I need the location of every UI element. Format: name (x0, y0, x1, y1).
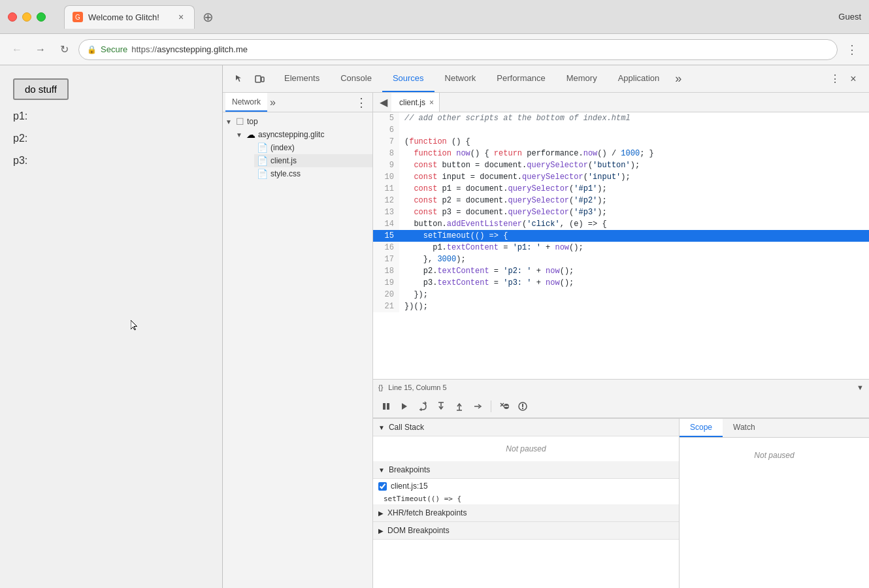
tab-sources[interactable]: Sources (382, 65, 434, 92)
debug-separator (491, 400, 491, 412)
step-into-button[interactable] (433, 399, 449, 414)
minimize-window-button[interactable] (22, 12, 31, 22)
step-button[interactable] (470, 399, 485, 414)
file-panel-network-tab[interactable]: Network (225, 93, 267, 112)
tab-performance[interactable]: Performance (486, 65, 555, 92)
lock-icon: 🔒 (87, 45, 97, 54)
tree-label-clientjs: client.js (271, 156, 297, 165)
tab-elements[interactable]: Elements (274, 65, 330, 92)
tree-item-index[interactable]: 📄 (index) (254, 141, 372, 154)
dom-breakpoints-label: DOM Breakpoints (387, 526, 450, 535)
browser-page: do stuff p1: p2: p3: (0, 65, 222, 588)
p2-label: p2: (13, 133, 209, 144)
breakpoint-file-label: client.js:15 (391, 482, 428, 491)
file-panel-menu-button[interactable]: ⋮ (353, 95, 370, 110)
code-statusbar: {} Line 15, Column 5 ▼ (373, 379, 869, 395)
step-out-button[interactable] (451, 399, 467, 414)
svg-rect-1 (261, 77, 264, 82)
file-panel-more-button[interactable]: » (267, 97, 278, 108)
new-tab-button[interactable]: ⊕ (197, 7, 218, 27)
tree-label-stylecss: style.css (271, 169, 301, 178)
dom-breakpoints-header[interactable]: ▶ DOM Breakpoints (373, 522, 679, 540)
tree-item-domain[interactable]: ▼ ☁ asyncstepping.glitc (233, 128, 372, 141)
cloud-icon: ☁ (246, 129, 255, 140)
nav-back-button[interactable]: ◀ (376, 95, 391, 110)
p3-label: p3: (13, 155, 209, 167)
devtools-close-button[interactable]: × (845, 71, 861, 87)
code-line-7: 7 (function () { (373, 136, 869, 148)
breakpoints-header[interactable]: ▼ Breakpoints (373, 461, 679, 479)
debug-toolbar (373, 395, 869, 418)
do-stuff-button[interactable]: do stuff (13, 78, 69, 100)
tree-item-stylecss[interactable]: 📄 style.css (254, 167, 372, 180)
breakpoint-checkbox[interactable] (378, 482, 387, 491)
tab-bar: G Welcome to Glitch! × ⊕ (64, 5, 833, 29)
devtools-panel: Elements Console Sources Network Perform… (222, 65, 869, 588)
browser-menu-button[interactable]: ⋮ (843, 41, 861, 59)
xhr-breakpoints-header[interactable]: ▶ XHR/fetch Breakpoints (373, 504, 679, 522)
js-file-icon: 📄 (257, 155, 268, 166)
watch-tab[interactable]: Watch (723, 419, 766, 437)
maximize-window-button[interactable] (37, 12, 46, 22)
tab-memory[interactable]: Memory (556, 65, 608, 92)
address-input[interactable]: 🔒 Secure https://asyncstepping.glitch.me (78, 39, 838, 60)
breakpoint-item: client.js:15 (373, 479, 679, 493)
url-prefix: https:// (131, 44, 157, 54)
code-tab-clientjs[interactable]: client.js × (391, 93, 440, 112)
code-line-16: 16 p1.textContent = 'p1: ' + now(); (373, 242, 869, 253)
statusbar-dropdown[interactable]: ▼ (857, 384, 864, 391)
step-over-button[interactable] (415, 399, 431, 414)
cursor-location: Line 15, Column 5 (388, 384, 446, 391)
svg-rect-3 (387, 403, 389, 410)
pause-button[interactable] (378, 399, 394, 414)
close-window-button[interactable] (8, 12, 17, 22)
code-tabs: ◀ client.js × (373, 93, 869, 112)
browser-tab[interactable]: G Welcome to Glitch! × (64, 5, 195, 29)
tab-title: Welcome to Glitch! (88, 12, 171, 22)
back-button[interactable]: ← (8, 41, 26, 59)
tree-item-clientjs[interactable]: 📄 client.js (254, 154, 372, 167)
device-toolbar-button[interactable] (250, 70, 269, 88)
format-button[interactable]: {} (378, 384, 383, 391)
tree-arrow-top: ▼ (225, 118, 233, 125)
file-panel: Network » ⋮ ▼ ☐ top ▼ ☁ asyncsteppi (223, 93, 373, 588)
tab-application[interactable]: Application (608, 65, 670, 92)
reload-button[interactable]: ↻ (55, 41, 73, 59)
devtools-icons (225, 70, 274, 88)
code-tab-label: client.js (399, 98, 425, 107)
tree-item-top[interactable]: ▼ ☐ top (223, 115, 372, 128)
more-tabs-button[interactable]: » (670, 65, 687, 92)
resume-button[interactable] (397, 399, 412, 414)
code-editor[interactable]: 5 // add other scripts at the bottom of … (373, 112, 869, 379)
pause-on-exceptions-button[interactable] (515, 399, 531, 414)
file-panel-tabs: Network » ⋮ (223, 93, 372, 112)
code-line-21: 21 })(); (373, 301, 869, 312)
secure-label: Secure (101, 44, 127, 54)
breakpoint-code: setTimeout(() => { (373, 493, 679, 504)
tab-console[interactable]: Console (330, 65, 382, 92)
code-line-5: 5 // add other scripts at the bottom of … (373, 112, 869, 124)
devtools-body: Network » ⋮ ▼ ☐ top ▼ ☁ asyncsteppi (223, 93, 869, 588)
forward-button[interactable]: → (31, 41, 50, 59)
devtools-bottom: ▼ Call Stack Not paused ▼ Breakpoints (373, 418, 869, 588)
inspect-element-button[interactable] (231, 70, 249, 88)
devtools-tabs: Elements Console Sources Network Perform… (274, 65, 822, 92)
scope-tab[interactable]: Scope (680, 419, 723, 437)
tab-network[interactable]: Network (434, 65, 487, 92)
devtools-main: ◀ client.js × 5 // add other scripts (373, 93, 869, 588)
right-tabs: Scope Watch (680, 419, 869, 438)
bottom-left-panel: ▼ Call Stack Not paused ▼ Breakpoints (373, 419, 680, 588)
devtools-settings-button[interactable]: ⋮ (827, 71, 843, 87)
call-stack-header[interactable]: ▼ Call Stack (373, 419, 679, 436)
code-line-18: 18 p2.textContent = 'p2: ' + now(); (373, 265, 869, 277)
code-line-15: 15 setTimeout(() => { (373, 230, 869, 242)
url-domain: asyncstepping.glitch.me (157, 44, 248, 54)
devtools-topbar: Elements Console Sources Network Perform… (223, 65, 869, 93)
html-file-icon: 📄 (257, 142, 268, 153)
code-line-6: 6 (373, 124, 869, 136)
tab-close-button[interactable]: × (176, 12, 186, 22)
traffic-lights (8, 12, 46, 22)
deactivate-breakpoints-button[interactable] (497, 399, 512, 414)
p1-label: p1: (13, 110, 209, 122)
code-tab-close-button[interactable]: × (429, 98, 434, 107)
